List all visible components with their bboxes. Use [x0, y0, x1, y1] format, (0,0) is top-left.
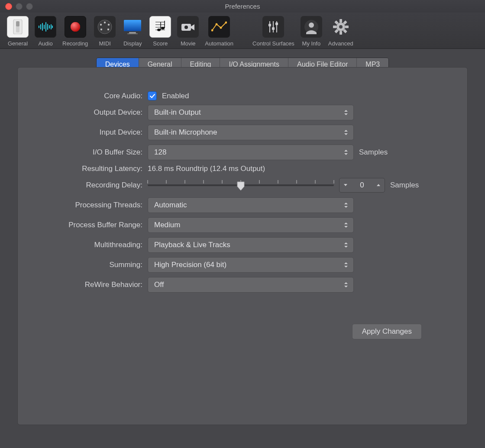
svg-point-17 [108, 24, 110, 26]
svg-rect-23 [127, 33, 138, 34]
chevron-updown-icon [343, 219, 349, 231]
output-device-value: Built-in Output [154, 108, 201, 117]
automation-icon [211, 21, 227, 33]
close-icon[interactable] [5, 3, 12, 10]
chevron-updown-icon [343, 200, 349, 211]
svg-point-28 [157, 29, 161, 31]
rewire-value: Off [154, 280, 164, 289]
process-buffer-range-value: Medium [154, 221, 180, 229]
svg-point-29 [161, 27, 165, 29]
processing-threads-label: Processing Threads: [18, 201, 148, 209]
recording-delay-stepper[interactable]: 0 [339, 178, 385, 193]
svg-rect-21 [124, 20, 141, 31]
svg-point-18 [100, 29, 102, 30]
chevron-updown-icon [343, 127, 349, 138]
toolbar-item-advanced[interactable]: Advanced [326, 16, 356, 47]
input-device-label: Input Device: [18, 128, 148, 137]
toolbar-item-display[interactable]: Display [119, 16, 146, 47]
toolbar-item-score[interactable]: Score [147, 16, 174, 47]
output-device-select[interactable]: Built-in Output [148, 105, 354, 120]
movie-icon [181, 21, 195, 32]
svg-rect-45 [340, 19, 342, 23]
core-audio-label: Core Audio: [18, 92, 148, 100]
svg-point-19 [107, 29, 109, 30]
waveform-icon [38, 22, 53, 32]
slider-thumb[interactable] [237, 181, 245, 190]
stepper-down-button[interactable] [340, 178, 352, 192]
summing-label: Summing: [18, 261, 148, 269]
process-buffer-range-label: Process Buffer Range: [18, 221, 148, 229]
toolbar-item-movie[interactable]: Movie [175, 16, 201, 47]
devices-panel: Core Audio: Enabled Output Device: Built… [17, 67, 468, 425]
toolbar-item-recording[interactable]: Recording [60, 16, 91, 47]
rewire-label: ReWire Behavior: [18, 280, 148, 289]
recording-delay-slider[interactable] [148, 177, 334, 193]
toolbar-item-automation[interactable]: Automation [202, 16, 236, 47]
content-area: Devices General Editing I/O Assignments … [0, 49, 485, 448]
toolbar-item-my-info[interactable]: My Info [298, 16, 325, 47]
devices-form: Core Audio: Enabled Output Device: Built… [18, 91, 467, 293]
stepper-up-button[interactable] [372, 178, 385, 192]
multithreading-value: Playback & Live Tracks [154, 241, 230, 249]
latency-value: 16.8 ms Roundtrip (12.4 ms Output) [148, 164, 265, 173]
rewire-select[interactable]: Off [148, 277, 354, 293]
svg-point-13 [71, 22, 80, 32]
svg-rect-39 [268, 24, 271, 26]
io-buffer-suffix: Samples [359, 148, 388, 157]
recording-delay-suffix: Samples [390, 181, 419, 190]
toolbar-item-general[interactable]: General [4, 16, 31, 47]
latency-label: Resulting Latency: [18, 164, 148, 173]
maximize-icon[interactable] [26, 3, 33, 10]
window-title: Preferences [225, 3, 260, 10]
titlebar: Preferences [0, 0, 485, 13]
multithreading-select[interactable]: Playback & Live Tracks [148, 237, 354, 253]
midi-icon [97, 19, 113, 35]
preferences-toolbar: General Audio [0, 13, 485, 49]
score-icon [155, 19, 166, 34]
switch-icon [13, 19, 23, 34]
gear-icon [333, 19, 349, 35]
preferences-window: Preferences General [0, 0, 485, 448]
recording-delay-label: Recording Delay: [18, 181, 148, 190]
process-buffer-range-select[interactable]: Medium [148, 217, 354, 233]
svg-rect-2 [16, 21, 19, 26]
person-icon [304, 19, 319, 34]
chevron-updown-icon [343, 147, 349, 158]
apply-changes-container: Apply Changes [352, 324, 422, 339]
summing-value: High Precision (64 bit) [154, 261, 226, 269]
svg-rect-40 [272, 27, 275, 30]
io-buffer-value: 128 [154, 148, 166, 157]
io-buffer-label: I/O Buffer Size: [18, 148, 148, 157]
recording-delay-value: 0 [352, 181, 372, 190]
processing-threads-select[interactable]: Automatic [148, 197, 354, 213]
svg-point-43 [309, 23, 314, 28]
output-device-label: Output Device: [18, 108, 148, 117]
svg-point-46 [339, 25, 343, 29]
chevron-updown-icon [343, 279, 349, 290]
svg-point-15 [104, 22, 106, 23]
summing-select[interactable]: High Precision (64 bit) [148, 257, 354, 273]
sliders-icon [267, 19, 279, 34]
toolbar-item-audio[interactable]: Audio [32, 16, 59, 47]
processing-threads-value: Automatic [154, 201, 187, 209]
svg-point-16 [100, 24, 102, 26]
io-buffer-select[interactable]: 128 [148, 145, 354, 160]
input-device-value: Built-in Microphone [154, 128, 217, 137]
chevron-updown-icon [343, 107, 349, 118]
chevron-updown-icon [343, 259, 349, 271]
svg-point-33 [216, 23, 218, 26]
svg-point-31 [184, 26, 188, 29]
multithreading-label: Multithreading: [18, 241, 148, 249]
svg-rect-22 [129, 32, 136, 33]
check-icon [149, 93, 155, 99]
core-audio-checkbox[interactable] [148, 91, 157, 100]
input-device-select[interactable]: Built-in Microphone [148, 125, 354, 140]
minimize-icon[interactable] [16, 3, 23, 10]
chevron-updown-icon [343, 239, 349, 251]
record-icon [69, 21, 81, 33]
window-controls [5, 3, 33, 10]
toolbar-item-midi[interactable]: MIDI [91, 16, 118, 47]
apply-changes-button[interactable]: Apply Changes [352, 324, 422, 339]
toolbar-item-control-surfaces[interactable]: Control Surfaces [250, 16, 297, 47]
svg-rect-41 [275, 23, 278, 25]
